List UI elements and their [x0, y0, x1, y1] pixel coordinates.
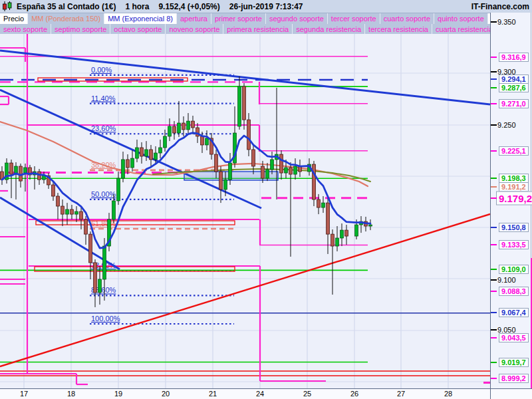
candle[interactable]: [145, 150, 148, 156]
legend-item-septimo-soporte[interactable]: septimo soporte: [51, 24, 110, 35]
legend-item-sexto-soporte[interactable]: sexto soporte: [0, 24, 51, 35]
legend-item-segunda-resistencia[interactable]: segunda resistencia: [293, 24, 365, 35]
candle[interactable]: [271, 160, 274, 170]
candle[interactable]: [192, 121, 195, 128]
date-axis[interactable]: 17181920212425262728: [0, 388, 490, 399]
candle[interactable]: [122, 160, 125, 178]
candle[interactable]: [261, 166, 265, 178]
legend-item-tercera-resistencia[interactable]: tercera resistencia: [365, 24, 432, 35]
fibonacci-retracement[interactable]: 0,00%11,40%23,60%38,20%50,00%61,80%78,60…: [90, 66, 234, 324]
candle[interactable]: [80, 211, 83, 219]
candle[interactable]: [219, 172, 223, 190]
soporte-ascendente[interactable]: [0, 214, 490, 366]
candle[interactable]: [126, 160, 130, 168]
candle[interactable]: [224, 180, 227, 190]
resistencia-descendente-media[interactable]: [0, 90, 261, 208]
price-tick: [491, 178, 497, 179]
legend-item-octavo-soporte[interactable]: octavo soporte: [110, 24, 166, 35]
candle[interactable]: [84, 219, 88, 234]
chart-plot-area[interactable]: 0,00%11,40%23,60%38,20%50,00%61,80%78,60…: [0, 34, 490, 388]
legend-item-primera-resistencia[interactable]: primera resistencia: [223, 24, 293, 35]
legend-item-mm-exponencial-8-[interactable]: MM (Exponencial 8): [104, 13, 177, 24]
legend-item-noveno-soporte[interactable]: noveno soporte: [166, 24, 223, 35]
candle[interactable]: [52, 185, 55, 196]
legend-item-quinto-soporte[interactable]: quinto soporte: [434, 13, 488, 24]
legend-item-cuarto-soporte[interactable]: cuarto soporte: [380, 13, 434, 24]
candle[interactable]: [182, 123, 186, 130]
candle[interactable]: [345, 230, 348, 236]
candle[interactable]: [10, 163, 13, 174]
price-label-92251: 9.225,1: [499, 146, 529, 156]
legend-item-segundo-soporte[interactable]: segundo soporte: [266, 13, 328, 24]
price-label-93169: 9.316,9: [499, 53, 529, 62]
candle[interactable]: [355, 225, 358, 236]
fib-label-10000: 100,00%: [91, 315, 120, 323]
candle[interactable]: [252, 150, 255, 166]
candle[interactable]: [154, 153, 158, 160]
price-label-90674: 9.067,4: [499, 308, 529, 317]
candle[interactable]: [75, 211, 78, 214]
candle[interactable]: [159, 148, 162, 153]
candle[interactable]: [313, 164, 316, 200]
candlestick-icon: [2, 1, 13, 11]
candle[interactable]: [150, 150, 153, 160]
candle[interactable]: [266, 170, 269, 178]
candle[interactable]: [89, 234, 92, 263]
candle[interactable]: [131, 158, 134, 168]
candle[interactable]: [280, 154, 283, 173]
legend-item-tercer-soporte[interactable]: tercer soporte: [328, 13, 380, 24]
date-label-17: 17: [20, 390, 28, 398]
legend-item-primer-soporte[interactable]: primer soporte: [211, 13, 266, 24]
candle[interactable]: [243, 86, 246, 120]
candle[interactable]: [168, 126, 172, 136]
candle[interactable]: [294, 166, 297, 174]
candle[interactable]: [112, 201, 116, 219]
candle[interactable]: [201, 136, 204, 145]
candle[interactable]: [61, 206, 65, 214]
legend-item-precio[interactable]: Precio: [0, 13, 28, 24]
candle[interactable]: [57, 196, 60, 206]
candles-layer[interactable]: [1, 76, 372, 307]
candle[interactable]: [98, 279, 102, 293]
candle[interactable]: [336, 238, 339, 246]
price-tick: [491, 227, 497, 228]
chart-canvas[interactable]: 0,00%11,40%23,60%38,20%50,00%61,80%78,60…: [0, 34, 490, 388]
candle[interactable]: [66, 209, 69, 214]
candle[interactable]: [173, 126, 176, 133]
candle[interactable]: [331, 234, 334, 246]
price-tick: [491, 198, 497, 199]
candle[interactable]: [187, 121, 190, 130]
candle[interactable]: [117, 178, 120, 201]
date-label-20: 20: [162, 390, 170, 398]
candle[interactable]: [19, 166, 23, 181]
candle[interactable]: [164, 136, 167, 148]
candle[interactable]: [24, 168, 27, 173]
price-tick: [491, 87, 497, 88]
legend-item-cuarta-resistencia[interactable]: cuarta resistencia: [432, 24, 490, 35]
candle[interactable]: [285, 168, 288, 173]
candle[interactable]: [103, 246, 106, 279]
candle[interactable]: [94, 263, 97, 293]
resistencia-descendente-corta[interactable]: [0, 198, 120, 269]
legend-item-apertura[interactable]: apertura: [177, 13, 211, 24]
candle[interactable]: [247, 120, 251, 150]
candle[interactable]: [289, 168, 293, 174]
candle[interactable]: [136, 148, 139, 158]
candle[interactable]: [140, 148, 144, 156]
date-label-27: 27: [397, 390, 405, 398]
price-axis[interactable]: 9.3509.316,99.3009.294,19.287,69.271,09.…: [490, 13, 532, 388]
candle[interactable]: [327, 203, 330, 234]
candle[interactable]: [238, 86, 241, 126]
candle[interactable]: [322, 203, 325, 207]
legend-item-mm-ponderada-150-[interactable]: MM (Ponderada 150): [28, 13, 104, 24]
candle[interactable]: [215, 154, 218, 172]
candle[interactable]: [70, 209, 74, 214]
candle[interactable]: [178, 123, 181, 133]
candle[interactable]: [317, 200, 321, 207]
candle[interactable]: [205, 138, 209, 145]
price-tick: [491, 279, 497, 281]
axis-corner: [490, 388, 532, 399]
candle[interactable]: [369, 225, 372, 226]
candle[interactable]: [229, 163, 232, 180]
candle[interactable]: [340, 230, 344, 238]
